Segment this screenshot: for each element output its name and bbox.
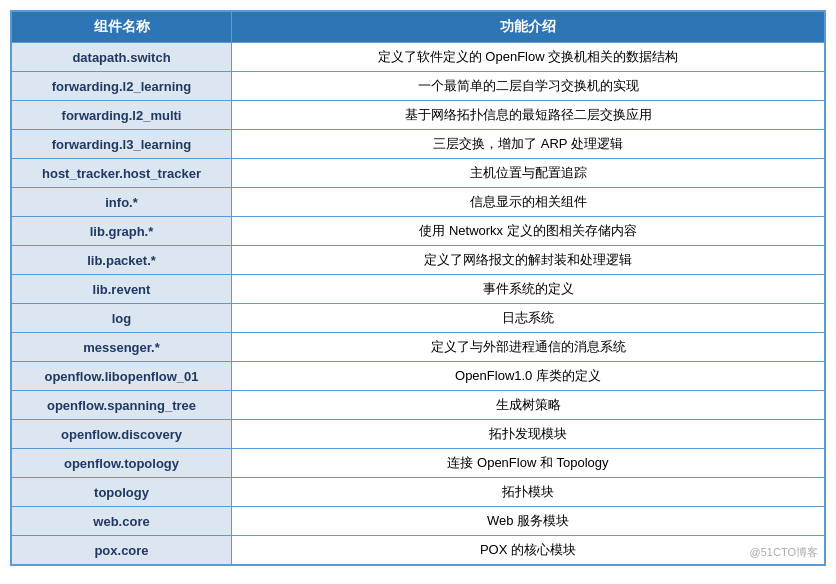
component-name-cell: openflow.spanning_tree <box>12 391 232 420</box>
main-table-container: 组件名称 功能介绍 datapath.switch定义了软件定义的 OpenFl… <box>10 10 826 566</box>
function-desc-cell: 定义了与外部进程通信的消息系统 <box>232 333 825 362</box>
function-desc-cell: 信息显示的相关组件 <box>232 188 825 217</box>
function-desc-cell: 连接 OpenFlow 和 Topology <box>232 449 825 478</box>
table-row: host_tracker.host_tracker主机位置与配置追踪 <box>12 159 825 188</box>
header-function-desc: 功能介绍 <box>232 12 825 43</box>
component-name-cell: topology <box>12 478 232 507</box>
table-row: pox.corePOX 的核心模块@51CTO博客 <box>12 536 825 565</box>
table-row: openflow.topology连接 OpenFlow 和 Topology <box>12 449 825 478</box>
function-desc-cell: 生成树策略 <box>232 391 825 420</box>
function-desc-cell: 拓扑模块 <box>232 478 825 507</box>
function-desc-cell: 定义了软件定义的 OpenFlow 交换机相关的数据结构 <box>232 43 825 72</box>
component-name-cell: web.core <box>12 507 232 536</box>
function-desc-cell: Web 服务模块 <box>232 507 825 536</box>
table-row: web.coreWeb 服务模块 <box>12 507 825 536</box>
component-name-cell: info.* <box>12 188 232 217</box>
function-desc-cell: 三层交换，增加了 ARP 处理逻辑 <box>232 130 825 159</box>
table-row: datapath.switch定义了软件定义的 OpenFlow 交换机相关的数… <box>12 43 825 72</box>
table-row: log日志系统 <box>12 304 825 333</box>
component-name-cell: lib.revent <box>12 275 232 304</box>
component-name-cell: forwarding.l2_learning <box>12 72 232 101</box>
component-name-cell: messenger.* <box>12 333 232 362</box>
table-row: openflow.discovery拓扑发现模块 <box>12 420 825 449</box>
table-row: forwarding.l2_learning一个最简单的二层自学习交换机的实现 <box>12 72 825 101</box>
table-row: lib.revent事件系统的定义 <box>12 275 825 304</box>
table-row: openflow.libopenflow_01OpenFlow1.0 库类的定义 <box>12 362 825 391</box>
function-desc-cell: 基于网络拓扑信息的最短路径二层交换应用 <box>232 101 825 130</box>
component-name-cell: log <box>12 304 232 333</box>
table-row: info.*信息显示的相关组件 <box>12 188 825 217</box>
component-name-cell: host_tracker.host_tracker <box>12 159 232 188</box>
component-name-cell: forwarding.l2_multi <box>12 101 232 130</box>
table-row: forwarding.l3_learning三层交换，增加了 ARP 处理逻辑 <box>12 130 825 159</box>
component-name-cell: openflow.discovery <box>12 420 232 449</box>
component-name-cell: lib.packet.* <box>12 246 232 275</box>
component-name-cell: datapath.switch <box>12 43 232 72</box>
function-desc-cell: OpenFlow1.0 库类的定义 <box>232 362 825 391</box>
component-name-cell: openflow.topology <box>12 449 232 478</box>
function-desc-cell: 一个最简单的二层自学习交换机的实现 <box>232 72 825 101</box>
component-table: 组件名称 功能介绍 datapath.switch定义了软件定义的 OpenFl… <box>11 11 825 565</box>
table-row: forwarding.l2_multi基于网络拓扑信息的最短路径二层交换应用 <box>12 101 825 130</box>
table-row: topology拓扑模块 <box>12 478 825 507</box>
function-desc-cell: 拓扑发现模块 <box>232 420 825 449</box>
table-row: lib.graph.*使用 Networkx 定义的图相关存储内容 <box>12 217 825 246</box>
function-desc-cell: 事件系统的定义 <box>232 275 825 304</box>
component-name-cell: openflow.libopenflow_01 <box>12 362 232 391</box>
component-name-cell: lib.graph.* <box>12 217 232 246</box>
function-desc-cell: 定义了网络报文的解封装和处理逻辑 <box>232 246 825 275</box>
table-row: messenger.*定义了与外部进程通信的消息系统 <box>12 333 825 362</box>
header-component-name: 组件名称 <box>12 12 232 43</box>
component-name-cell: forwarding.l3_learning <box>12 130 232 159</box>
watermark-label: @51CTO博客 <box>750 545 818 560</box>
function-desc-cell: 日志系统 <box>232 304 825 333</box>
component-name-cell: pox.core <box>12 536 232 565</box>
function-desc-cell: POX 的核心模块@51CTO博客 <box>232 536 825 565</box>
table-row: openflow.spanning_tree生成树策略 <box>12 391 825 420</box>
function-desc-cell: 主机位置与配置追踪 <box>232 159 825 188</box>
function-desc-cell: 使用 Networkx 定义的图相关存储内容 <box>232 217 825 246</box>
table-row: lib.packet.*定义了网络报文的解封装和处理逻辑 <box>12 246 825 275</box>
table-header-row: 组件名称 功能介绍 <box>12 12 825 43</box>
